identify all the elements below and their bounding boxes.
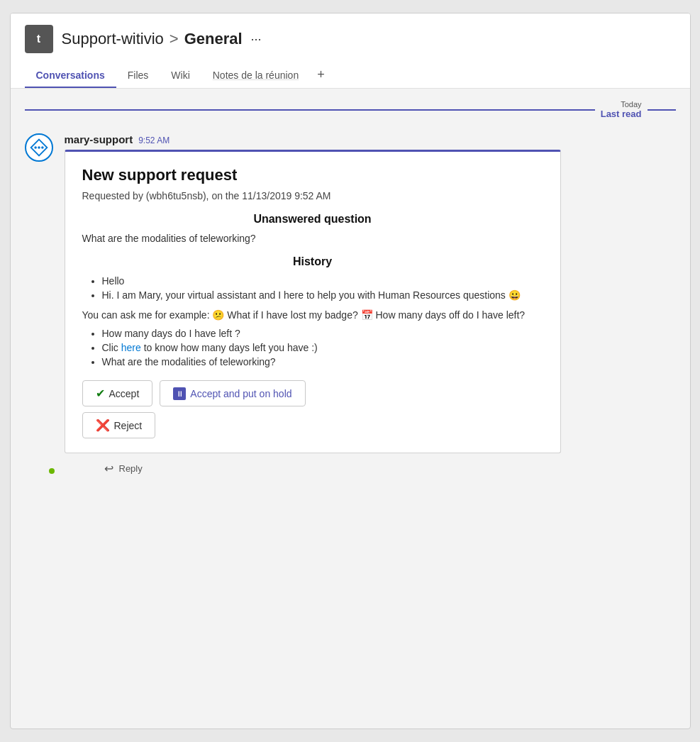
svg-point-1	[34, 146, 37, 149]
header-title: Support-witivio > General ···	[62, 30, 262, 48]
last-read-label-wrap: Today Last read	[601, 100, 642, 119]
tabs-bar: Conversations Files Wiki Notes de la réu…	[25, 62, 676, 88]
tab-files[interactable]: Files	[116, 64, 160, 88]
avatar-wrap	[25, 133, 56, 475]
card-paragraph: You can ask me for example: 😕 What if I …	[82, 309, 543, 321]
bot-icon	[30, 138, 48, 157]
card-question: What are the modalities of teleworking?	[82, 233, 543, 244]
svg-point-3	[41, 146, 44, 149]
sender-name: mary-support	[65, 133, 133, 145]
tab-notes[interactable]: Notes de la réunion	[201, 64, 310, 88]
header-top: t Support-witivio > General ···	[25, 25, 676, 53]
svg-point-2	[38, 146, 40, 149]
reject-button[interactable]: ❌ Reject	[82, 412, 156, 438]
accept-button[interactable]: ✔ Accept	[82, 380, 153, 406]
accept-label: Accept	[109, 388, 140, 399]
team-avatar: t	[25, 25, 53, 53]
last-read-line-right	[648, 109, 676, 111]
app-window: t Support-witivio > General ··· Conversa…	[10, 13, 691, 729]
accept-hold-label: Accept and put on hold	[190, 388, 291, 399]
main-content: Today Last read	[11, 89, 690, 729]
reject-icon: ❌	[96, 419, 110, 432]
last-read-bar: Today Last read	[25, 100, 676, 119]
more-button[interactable]: ···	[251, 32, 262, 47]
card-history-list: Hello Hi. I am Mary, your virtual assist…	[82, 275, 543, 301]
team-name: Support-witivio	[62, 30, 164, 48]
list-item: Hello	[102, 275, 543, 287]
accept-icon: ✔	[96, 387, 105, 400]
separator: >	[170, 30, 179, 48]
pause-icon: ⏸	[173, 387, 186, 400]
card-requested: Requested by (wbh6tu5nsb), on the 11/13/…	[82, 190, 543, 201]
card-title: New support request	[82, 166, 543, 184]
reject-label: Reject	[114, 420, 143, 431]
card-actions: ✔ Accept ⏸ Accept and put on hold	[82, 380, 543, 406]
reply-label: Reply	[119, 463, 143, 474]
card-section-unanswered: Unanswered question	[82, 213, 543, 226]
card-actions-row2: ❌ Reject	[82, 412, 543, 438]
card-ask-list: How many days do I have left ? Clic here…	[82, 328, 543, 367]
list-item: Hi. I am Mary, your virtual assistant an…	[102, 289, 543, 301]
tab-conversations[interactable]: Conversations	[25, 64, 116, 88]
last-read-line-left	[25, 109, 595, 111]
here-link[interactable]: here	[121, 342, 141, 353]
list-item: What are the modalities of teleworking?	[102, 356, 543, 367]
bot-avatar	[25, 133, 53, 162]
message-row: mary-support 9:52 AM New support request…	[25, 133, 676, 475]
status-dot	[48, 467, 56, 475]
reply-row[interactable]: ↩ Reply	[65, 462, 676, 475]
last-read-today: Today	[621, 100, 641, 109]
card-section-history: History	[82, 255, 543, 268]
message-time: 9:52 AM	[138, 135, 170, 145]
list-item: Clic here to know how many days left you…	[102, 342, 543, 353]
tab-add-button[interactable]: +	[310, 62, 332, 88]
message-content: mary-support 9:52 AM New support request…	[65, 133, 676, 475]
accept-hold-button[interactable]: ⏸ Accept and put on hold	[160, 380, 305, 406]
reply-arrow-icon: ↩	[104, 462, 113, 475]
channel-name: General	[184, 30, 243, 48]
header: t Support-witivio > General ··· Conversa…	[11, 13, 690, 89]
last-read-label: Last read	[601, 109, 642, 119]
message-meta: mary-support 9:52 AM	[65, 133, 676, 145]
tab-wiki[interactable]: Wiki	[160, 64, 201, 88]
list-item: How many days do I have left ?	[102, 328, 543, 339]
message-card: New support request Requested by (wbh6tu…	[65, 150, 561, 453]
